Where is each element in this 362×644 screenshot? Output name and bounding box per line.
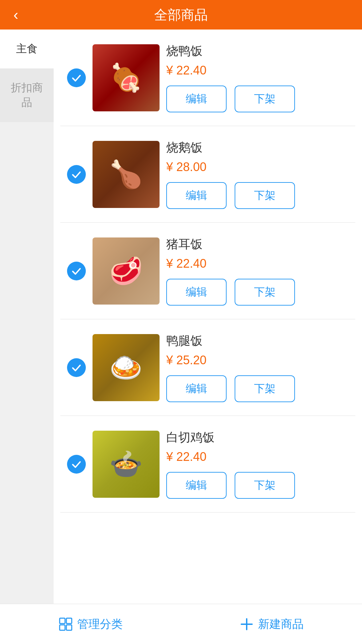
product-info: 鸭腿饭 ¥ 25.20 编辑 下架 [166,333,349,402]
product-price: ¥ 22.40 [166,257,349,271]
product-info: 猪耳饭 ¥ 22.40 编辑 下架 [166,236,349,306]
product-actions: 编辑 下架 [166,472,349,499]
new-product-label: 新建商品 [258,616,304,632]
product-actions: 编辑 下架 [166,86,349,112]
product-image: 🍗 [93,141,160,208]
bottom-bar: 管理分类 新建商品 [0,604,362,644]
check-icon[interactable] [67,262,86,280]
product-item: 🥩 猪耳饭 ¥ 22.40 编辑 下架 [60,223,355,319]
product-item: 🍖 烧鸭饭 ¥ 22.40 编辑 下架 [60,30,355,126]
back-button[interactable]: ‹ [13,6,18,23]
svg-rect-3 [66,625,72,630]
product-image: 🍛 [93,334,160,401]
product-info: 白切鸡饭 ¥ 22.40 编辑 下架 [166,429,349,499]
remove-button[interactable]: 下架 [235,279,295,306]
product-item: 🍛 鸭腿饭 ¥ 25.20 编辑 下架 [60,319,355,416]
check-icon[interactable] [67,68,86,87]
product-info: 烧鸭饭 ¥ 22.40 编辑 下架 [166,43,349,112]
product-name: 白切鸡饭 [166,429,349,446]
edit-button[interactable]: 编辑 [166,86,227,112]
product-info: 烧鹅饭 ¥ 28.00 编辑 下架 [166,140,349,209]
page-title: 全部商品 [154,6,208,24]
remove-button[interactable]: 下架 [235,182,295,209]
product-image: 🍖 [93,44,160,111]
product-name: 猪耳饭 [166,236,349,253]
edit-button[interactable]: 编辑 [166,375,227,402]
svg-rect-0 [60,618,65,624]
header: ‹ 全部商品 [0,0,362,30]
product-item: 🍲 白切鸡饭 ¥ 22.40 编辑 下架 [60,416,355,513]
svg-rect-2 [60,625,65,630]
check-icon[interactable] [67,358,86,377]
edit-button[interactable]: 编辑 [166,182,227,209]
product-name: 鸭腿饭 [166,333,349,349]
product-price: ¥ 22.40 [166,63,349,77]
remove-button[interactable]: 下架 [235,375,295,402]
plus-icon [239,617,254,632]
product-name: 烧鸭饭 [166,43,349,59]
remove-button[interactable]: 下架 [235,472,295,499]
new-product-button[interactable]: 新建商品 [239,616,304,632]
product-actions: 编辑 下架 [166,375,349,402]
svg-rect-1 [66,618,72,624]
manage-categories-label: 管理分类 [77,616,123,632]
category-sidebar: 主食 折扣商品 [0,30,54,604]
grid-icon [58,617,73,632]
check-icon[interactable] [67,165,86,184]
product-list: 🍖 烧鸭饭 ¥ 22.40 编辑 下架 🍗 [54,30,362,604]
check-icon[interactable] [67,455,86,474]
product-price: ¥ 22.40 [166,450,349,464]
product-actions: 编辑 下架 [166,182,349,209]
product-name: 烧鹅饭 [166,140,349,156]
product-image: 🍲 [93,431,160,498]
product-image: 🥩 [93,237,160,305]
sidebar-item-main-food[interactable]: 主食 [0,30,54,68]
product-item: 🍗 烧鹅饭 ¥ 28.00 编辑 下架 [60,126,355,223]
edit-button[interactable]: 编辑 [166,472,227,499]
product-price: ¥ 28.00 [166,160,349,174]
main-content: 主食 折扣商品 🍖 烧鸭饭 ¥ 22.40 编辑 [0,30,362,604]
sidebar-item-discounted[interactable]: 折扣商品 [0,68,54,122]
remove-button[interactable]: 下架 [235,86,295,112]
edit-button[interactable]: 编辑 [166,279,227,306]
product-price: ¥ 25.20 [166,353,349,367]
manage-categories-button[interactable]: 管理分类 [58,616,123,632]
product-actions: 编辑 下架 [166,279,349,306]
